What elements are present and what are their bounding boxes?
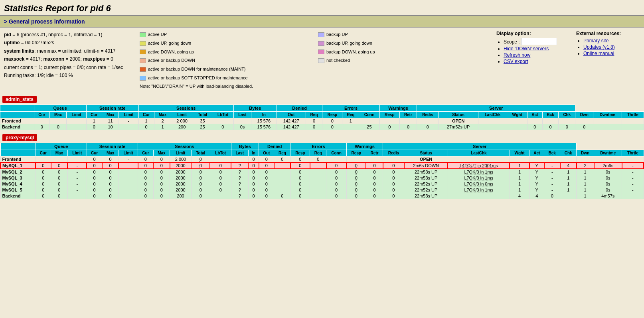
th-sessions: Sessions xyxy=(138,105,233,111)
th-name2 xyxy=(0,150,36,156)
c: 0 xyxy=(248,156,259,162)
c: 0 xyxy=(138,169,153,175)
th-chk: Chk xyxy=(559,111,575,118)
c: 0 xyxy=(383,187,404,193)
c: 0 xyxy=(417,124,439,130)
c: 0 xyxy=(191,187,210,193)
c: 0 xyxy=(290,162,310,169)
th-d-req2: Req xyxy=(274,150,290,156)
c: 0 xyxy=(310,156,326,162)
csv-export-item[interactable]: CSV export xyxy=(504,59,568,64)
c: 0 xyxy=(210,175,231,181)
updates-link[interactable]: Updates (v1.8) xyxy=(583,44,615,50)
c xyxy=(67,118,86,124)
c xyxy=(383,156,404,162)
primary-site-link[interactable]: Primary site xyxy=(583,38,608,43)
c: 0 xyxy=(87,169,102,175)
c: 0 xyxy=(259,175,274,181)
c: - xyxy=(67,181,87,187)
c: 0 xyxy=(138,156,153,162)
c: 0 xyxy=(153,156,170,162)
th-q-cur: Cur xyxy=(34,111,49,118)
c: 0 xyxy=(248,193,259,199)
legend-color-active-down-up xyxy=(140,49,146,54)
legend-label-active-backup-down: active or backup DOWN xyxy=(148,57,195,65)
c: 0 xyxy=(366,187,383,193)
c: - xyxy=(544,169,560,175)
c xyxy=(575,118,593,124)
csv-export-link[interactable]: CSV export xyxy=(504,59,528,64)
c: 4 xyxy=(560,162,577,169)
c: 1 xyxy=(560,175,577,181)
th-e-req2: Req xyxy=(310,150,326,156)
mysql2-row: MySQL_2 0 0 - 0 0 0 0 2000 0 0 ? 0 0 0 0… xyxy=(0,169,644,175)
c: 0 xyxy=(36,169,51,175)
th-denied2: Denied xyxy=(259,143,290,150)
c: 0 xyxy=(138,124,154,130)
c xyxy=(310,162,326,169)
c: 0 xyxy=(326,175,347,181)
c xyxy=(210,156,231,162)
c xyxy=(529,156,544,162)
c: 0 xyxy=(212,124,233,130)
c: 1 xyxy=(138,118,154,124)
c: 0 xyxy=(575,124,593,130)
admin-frontend-status: OPEN xyxy=(439,118,478,124)
primary-site-item[interactable]: Primary site xyxy=(583,38,640,43)
pid-line: pid = 6 (process #1, nbproc = 1, nbthrea… xyxy=(4,31,132,39)
c: 0 xyxy=(290,169,310,175)
mysql-frontend-name: Frontend xyxy=(0,156,36,162)
scope-input[interactable] xyxy=(521,38,557,45)
refresh-now-item[interactable]: Refresh now xyxy=(504,52,568,58)
c: 0 xyxy=(191,162,210,169)
c: 142 427 xyxy=(277,124,306,130)
refresh-now-link[interactable]: Refresh now xyxy=(504,52,530,58)
c xyxy=(417,118,439,124)
legend-label-active-up: active UP xyxy=(148,31,167,39)
c: 4 xyxy=(529,193,544,199)
c: 1 xyxy=(560,181,577,187)
c: 0 xyxy=(326,181,347,187)
th-empty2 xyxy=(0,143,36,150)
c xyxy=(593,124,622,130)
legend-label-maint: active or backup DOWN for maintenance (M… xyxy=(148,65,246,73)
c: 0 xyxy=(153,175,170,181)
online-manual-link[interactable]: Online manual xyxy=(583,51,614,56)
th-empty1 xyxy=(0,105,34,111)
legend-item-active-backup-down: active or backup DOWN xyxy=(140,57,310,65)
th-bytes2: Bytes xyxy=(231,143,259,150)
mysql2-name: MySQL_2 xyxy=(0,169,36,175)
online-manual-item[interactable]: Online manual xyxy=(583,51,640,56)
legend-color-backup-down-up xyxy=(318,49,324,54)
mysql5-name: MySQL_5 xyxy=(0,187,36,193)
legend-item-maint: active or backup DOWN for maintenance (M… xyxy=(140,65,488,73)
c xyxy=(542,118,559,124)
display-options-title: Display option: xyxy=(496,31,568,36)
updates-item[interactable]: Updates (v1.8) xyxy=(583,44,640,50)
c: 1 xyxy=(560,187,577,193)
c: 0 xyxy=(326,187,347,193)
c: 0 xyxy=(290,187,310,193)
c: ? xyxy=(231,169,248,175)
admin-backend-name: Backend xyxy=(0,124,34,130)
c: 2000 xyxy=(170,175,192,181)
th-session-rate2: Session rate xyxy=(87,143,138,150)
c: 15 576 xyxy=(251,118,277,124)
hide-down-link[interactable]: Hide 'DOWN' servers xyxy=(504,46,549,51)
c: 1 xyxy=(577,193,594,199)
c: 1 xyxy=(510,181,529,187)
admin-stats-table: Queue Session rate Sessions Bytes Denied… xyxy=(0,105,644,130)
th-s-lbtot2: LbTot xyxy=(210,150,231,156)
c: 0 xyxy=(87,187,102,193)
c: - xyxy=(544,175,560,181)
c: 11 xyxy=(102,118,119,124)
c xyxy=(310,169,326,175)
c: Y xyxy=(529,181,544,187)
mysql-backend-status: 22m53s UP xyxy=(404,193,448,199)
c xyxy=(560,193,577,199)
legend-label-soft-stopped: active or backup SOFT STOPPED for mainte… xyxy=(148,74,248,82)
hide-down-item[interactable]: Hide 'DOWN' servers xyxy=(504,46,568,51)
c xyxy=(399,118,417,124)
c xyxy=(310,175,326,181)
admin-frontend-row: Frontend 1 11 - 1 2 2 000 35 15 576 142 … xyxy=(0,118,644,124)
